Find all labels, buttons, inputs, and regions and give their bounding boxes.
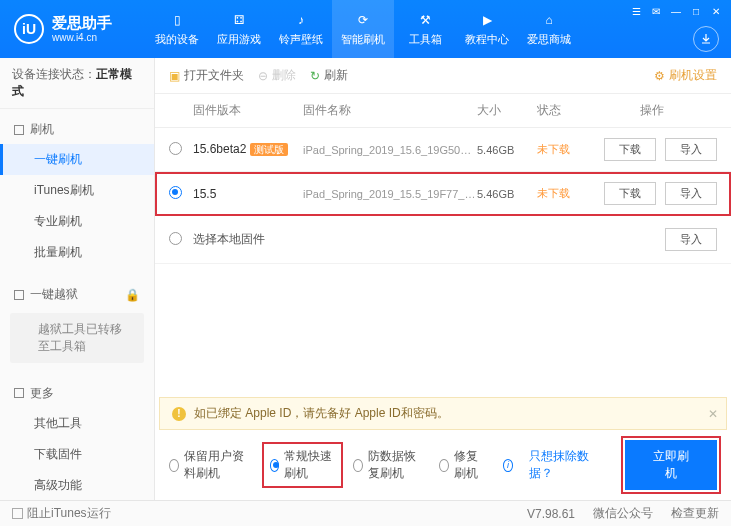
statusbar: 阻止iTunes运行 V7.98.61 微信公众号 检查更新: [0, 500, 731, 526]
nav-tab-phone[interactable]: ▯我的设备: [146, 0, 208, 58]
firmware-status: 未下载: [537, 186, 587, 201]
nav-tab-flash[interactable]: ⟳智能刷机: [332, 0, 394, 58]
nav-tab-toolbox[interactable]: ⚒工具箱: [394, 0, 456, 58]
open-folder-button[interactable]: ▣打开文件夹: [169, 67, 244, 84]
brand-url: www.i4.cn: [52, 32, 112, 43]
sidebar: 设备连接状态：正常模式 刷机一键刷机iTunes刷机专业刷机批量刷机一键越狱🔒越…: [0, 58, 155, 500]
table-header: 固件版本 固件名称 大小 状态 操作: [155, 94, 731, 128]
titlebar: iU 爱思助手 www.i4.cn ▯我的设备⚃应用游戏♪铃声壁纸⟳智能刷机⚒工…: [0, 0, 731, 58]
phone-icon: ▯: [168, 11, 186, 29]
ringtone-icon: ♪: [292, 11, 310, 29]
toolbar: ▣打开文件夹 ⊖删除 ↻刷新 ⚙刷机设置: [155, 58, 731, 94]
shop-icon: ⌂: [540, 11, 558, 29]
import-button[interactable]: 导入: [665, 182, 717, 205]
firmware-status: 未下载: [537, 142, 587, 157]
erase-only-link[interactable]: 只想抹除数据？: [529, 448, 593, 482]
nav-tab-tutorial[interactable]: ▶教程中心: [456, 0, 518, 58]
sidebar-item[interactable]: 高级功能: [0, 470, 154, 500]
flash-mode-radio[interactable]: [169, 459, 179, 472]
sidebar-section-head[interactable]: 刷机: [0, 115, 154, 144]
section-icon: [14, 125, 24, 135]
beta-badge: 测试版: [250, 143, 288, 156]
firmware-row[interactable]: 15.6beta2测试版 iPad_Spring_2019_15.6_19G50…: [155, 128, 731, 172]
flash-mode-option[interactable]: 修复刷机: [439, 448, 487, 482]
nav-label: 爱思商城: [527, 32, 571, 47]
flash-now-button[interactable]: 立即刷机: [625, 440, 717, 490]
wechat-link[interactable]: 微信公众号: [593, 505, 653, 522]
flash-mode-option[interactable]: 保留用户资料刷机: [169, 448, 252, 482]
nav-label: 铃声壁纸: [279, 32, 323, 47]
logo-icon: iU: [14, 14, 44, 44]
sidebar-item[interactable]: 专业刷机: [0, 206, 154, 237]
local-firmware-radio[interactable]: [169, 232, 182, 245]
download-button[interactable]: 下载: [604, 138, 656, 161]
feedback-icon[interactable]: ✉: [647, 4, 665, 18]
nav-label: 智能刷机: [341, 32, 385, 47]
import-local-button[interactable]: 导入: [665, 228, 717, 251]
sidebar-section-head[interactable]: 一键越狱🔒: [0, 280, 154, 309]
section-icon: [14, 290, 24, 300]
check-update-link[interactable]: 检查更新: [671, 505, 719, 522]
firmware-radio[interactable]: [169, 186, 182, 199]
download-button[interactable]: 下载: [604, 182, 656, 205]
main-panel: ▣打开文件夹 ⊖删除 ↻刷新 ⚙刷机设置 固件版本 固件名称 大小 状态 操作 …: [155, 58, 731, 500]
flash-mode-bar: 保留用户资料刷机常规快速刷机防数据恢复刷机修复刷机 i 只想抹除数据？ 立即刷机: [155, 430, 731, 500]
sidebar-item[interactable]: 下载固件: [0, 439, 154, 470]
menu-icon[interactable]: ☰: [627, 4, 645, 18]
version-label: V7.98.61: [527, 507, 575, 521]
flash-icon: ⟳: [354, 11, 372, 29]
nav-label: 我的设备: [155, 32, 199, 47]
warning-icon: !: [172, 407, 186, 421]
firmware-row[interactable]: 15.5 iPad_Spring_2019_15.5_19F77_Restore…: [155, 172, 731, 216]
flash-mode-radio[interactable]: [270, 459, 280, 472]
brand: iU 爱思助手 www.i4.cn: [0, 14, 126, 44]
flash-mode-option[interactable]: 防数据恢复刷机: [353, 448, 427, 482]
tutorial-icon: ▶: [478, 11, 496, 29]
window-controls: ☰ ✉ — □ ✕: [627, 4, 725, 18]
firmware-radio[interactable]: [169, 142, 182, 155]
firmware-size: 5.46GB: [477, 144, 537, 156]
sidebar-item[interactable]: 其他工具: [0, 408, 154, 439]
firmware-size: 5.46GB: [477, 188, 537, 200]
delete-button: ⊖删除: [258, 67, 296, 84]
flash-mode-radio[interactable]: [439, 459, 449, 472]
sidebar-item[interactable]: 一键刷机: [0, 144, 154, 175]
warning-close-button[interactable]: ✕: [708, 407, 718, 421]
minimize-button[interactable]: —: [667, 4, 685, 18]
sidebar-item[interactable]: 批量刷机: [0, 237, 154, 268]
download-manager-button[interactable]: [693, 26, 719, 52]
flash-mode-radio[interactable]: [353, 459, 363, 472]
firmware-name: iPad_Spring_2019_15.6_19G5037d_Restore.i…: [303, 144, 477, 156]
select-local-firmware-row: 选择本地固件 导入: [155, 216, 731, 264]
apps-icon: ⚃: [230, 11, 248, 29]
apple-id-warning: ! 如已绑定 Apple ID，请先备好 Apple ID和密码。 ✕: [159, 397, 727, 430]
import-button[interactable]: 导入: [665, 138, 717, 161]
toolbox-icon: ⚒: [416, 11, 434, 29]
brand-title: 爱思助手: [52, 15, 112, 32]
refresh-button[interactable]: ↻刷新: [310, 67, 348, 84]
sidebar-note: 越狱工具已转移至工具箱: [10, 313, 144, 363]
firmware-name: iPad_Spring_2019_15.5_19F77_Restore.ipsw: [303, 188, 477, 200]
maximize-button[interactable]: □: [687, 4, 705, 18]
flash-settings-button[interactable]: ⚙刷机设置: [654, 67, 717, 84]
nav-label: 教程中心: [465, 32, 509, 47]
nav-label: 工具箱: [409, 32, 442, 47]
connection-status: 设备连接状态：正常模式: [0, 58, 154, 109]
section-icon: [14, 388, 24, 398]
sidebar-section-head[interactable]: 更多: [0, 379, 154, 408]
close-button[interactable]: ✕: [707, 4, 725, 18]
sidebar-item[interactable]: iTunes刷机: [0, 175, 154, 206]
lock-icon: 🔒: [125, 288, 140, 302]
nav-tab-apps[interactable]: ⚃应用游戏: [208, 0, 270, 58]
block-itunes-checkbox[interactable]: 阻止iTunes运行: [12, 505, 111, 522]
nav-tab-ringtone[interactable]: ♪铃声壁纸: [270, 0, 332, 58]
info-icon[interactable]: i: [503, 459, 513, 472]
flash-mode-option[interactable]: 常规快速刷机: [264, 444, 341, 486]
nav-tab-shop[interactable]: ⌂爱思商城: [518, 0, 580, 58]
nav-label: 应用游戏: [217, 32, 261, 47]
